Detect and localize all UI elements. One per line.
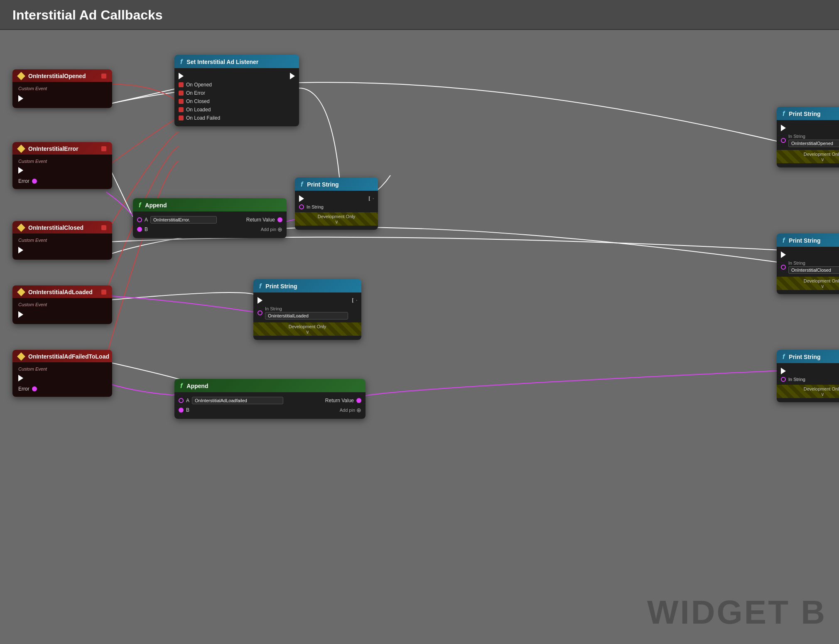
pin-square-loaded[interactable] (179, 107, 184, 112)
node-label-3: OnInterstitialClosed (28, 224, 83, 231)
pin-b-label: B (145, 226, 148, 232)
print-5-body: In String Development Only ∨ (777, 363, 839, 402)
print-2-in-string-row: In String (777, 133, 839, 148)
print-4-exec-out-hollow[interactable] (352, 298, 357, 303)
event-red-square-2 (101, 146, 106, 151)
node-label-4: OnInterstitialAdLoaded (28, 289, 93, 295)
exec-out-pin-right[interactable] (290, 73, 295, 79)
node-label-5: OnInterstitialAdFailedToLoad (28, 353, 109, 360)
diamond-icon (17, 72, 25, 80)
exec-pin-4[interactable] (18, 311, 23, 318)
print-5-dev-only: Development Only ∨ (777, 385, 839, 398)
print-3-exec-in[interactable] (781, 251, 786, 258)
pin-a2-circle[interactable] (179, 398, 184, 403)
node-label-2: OnInterstitialError (28, 145, 79, 152)
node-event-body: Custom Event (12, 82, 112, 108)
diamond-icon-4 (17, 288, 25, 296)
print-5-in-string-pin[interactable] (781, 377, 786, 382)
pin-square-closed[interactable] (179, 99, 184, 104)
node-event-header-5: OnInterstitialAdFailedToLoad (12, 350, 112, 362)
append-1-row-b: B Add pin ⊕ (133, 225, 287, 234)
print-1-body: In String Development Only ∨ (295, 191, 378, 230)
error-label-2: Error (18, 386, 29, 392)
print-2-in-string-pin[interactable] (781, 138, 786, 143)
print-4-string-value[interactable] (265, 312, 348, 320)
pin-a2-label: A (186, 398, 189, 403)
pin-square-opened[interactable] (179, 82, 184, 87)
set-listener-header: f Set Interstitial Ad Listener (174, 55, 299, 68)
print-2-in-string-label: In String (788, 134, 839, 139)
node-print-string-3: f Print String In String Development Onl… (777, 234, 839, 294)
print-2-chevron[interactable]: ∨ (777, 157, 839, 162)
append-1-header: f Append (133, 198, 287, 211)
print-4-in-string-row: In String (253, 305, 361, 321)
pin-b-circle[interactable] (137, 227, 142, 232)
print-5-exec-in[interactable] (781, 368, 786, 374)
print-4-exec-row (253, 296, 361, 305)
print-2-header: f Print String (777, 107, 839, 120)
print-3-in-string-row: In String (777, 259, 839, 275)
node-event-label: OnInterstitialOpened (28, 73, 86, 79)
node-on-interstitial-opened: OnInterstitialOpened Custom Event (12, 69, 112, 108)
node-append-2: f Append A Return Value B Add pin ⊕ (174, 379, 366, 419)
print-5-label: Print String (789, 354, 820, 360)
append-1-input-a[interactable] (150, 216, 217, 224)
print-1-exec-row (295, 194, 378, 203)
set-listener-body: On Opened On Error On Closed On Loaded O… (174, 68, 299, 126)
node-on-interstitial-failed: OnInterstitialAdFailedToLoad Custom Even… (12, 350, 112, 397)
append-1-label: Append (145, 202, 167, 209)
print-3-string-container: In String (788, 261, 839, 274)
error-label: Error (18, 178, 29, 184)
print-4-in-string-pin[interactable] (258, 310, 262, 315)
node-event-body-3: Custom Event (12, 234, 112, 260)
node-event-header: OnInterstitialOpened (12, 69, 112, 82)
error-pin-circle[interactable] (32, 179, 37, 184)
append-1-row-a: A Return Value (133, 215, 287, 225)
exec-out-pin[interactable] (18, 95, 23, 102)
pin-b2-circle[interactable] (179, 408, 184, 413)
error-pin-circle-2[interactable] (32, 386, 37, 391)
exec-pin-3[interactable] (18, 247, 23, 253)
print-3-in-string-pin[interactable] (781, 265, 786, 270)
append-2-input-a[interactable] (192, 397, 283, 404)
set-listener-label: Set Interstitial Ad Listener (186, 59, 258, 65)
print-4-chevron[interactable]: ∨ (253, 329, 361, 335)
return-value-pin-2[interactable] (356, 398, 361, 403)
print-5-chevron[interactable]: ∨ (777, 391, 839, 397)
append-1-body: A Return Value B Add pin ⊕ (133, 211, 287, 238)
exec-pin-5[interactable] (18, 375, 23, 381)
node-print-string-5: f Print String In String Development Onl… (777, 350, 839, 402)
pin-b2-label: B (186, 407, 189, 413)
print-4-exec-in[interactable] (258, 297, 262, 304)
exec-pin-2[interactable] (18, 167, 23, 174)
node-event-header-3: OnInterstitialClosed (12, 221, 112, 234)
print-1-in-string-pin[interactable] (299, 204, 304, 209)
canvas: OnInterstitialOpened Custom Event OnInte… (0, 30, 839, 644)
pin-square-load-failed[interactable] (179, 116, 184, 120)
print-3-dev-only: Development Only ∨ (777, 277, 839, 290)
exec-in-pin[interactable] (179, 73, 184, 79)
node-event-body-2: Custom Event Error (12, 155, 112, 189)
print-4-string-container: In String (265, 306, 348, 320)
print-4-header: f Print String (253, 279, 361, 293)
print-1-in-string-row: In String (295, 203, 378, 211)
add-pin-button-1[interactable]: Add pin ⊕ (261, 226, 282, 233)
node-on-interstitial-loaded: OnInterstitialAdLoaded Custom Event (12, 285, 112, 324)
print-5-in-string-row: In String (777, 376, 839, 383)
print-2-exec-in[interactable] (781, 125, 786, 131)
print-3-chevron[interactable]: ∨ (777, 283, 839, 289)
print-3-label: Print String (789, 237, 820, 244)
diamond-icon-5 (17, 352, 25, 361)
pin-square-error[interactable] (179, 91, 184, 96)
print-1-exec-in[interactable] (299, 195, 304, 202)
return-value-pin[interactable] (277, 217, 282, 222)
print-2-string-value[interactable] (788, 140, 839, 147)
print-3-body: In String Development Only ∨ (777, 247, 839, 294)
print-3-string-value[interactable] (788, 266, 839, 274)
print-3-in-string-label: In String (788, 261, 839, 265)
return-value-label: Return Value (246, 217, 275, 223)
print-1-exec-out-hollow[interactable] (369, 196, 374, 201)
print-1-chevron[interactable]: ∨ (295, 219, 378, 225)
pin-a-circle[interactable] (137, 217, 142, 222)
add-pin-button-2[interactable]: Add pin ⊕ (340, 407, 361, 413)
